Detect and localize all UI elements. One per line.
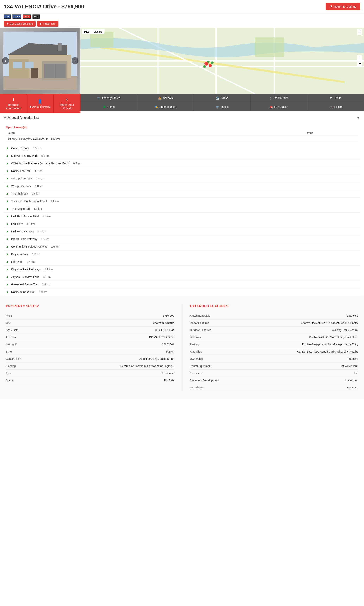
social-row: Like Share Save Post [0, 13, 364, 20]
download-icon: ⬇ [7, 22, 9, 25]
park-item: ▲Rotary Sunrise Trail1.9 km [4, 288, 360, 296]
svg-point-25 [203, 65, 206, 68]
svg-point-26 [211, 61, 214, 64]
spec-row: Listing ID24001661 [6, 341, 174, 348]
tree-icon: ▲ [6, 222, 9, 226]
map-tab-map[interactable]: Map [82, 29, 91, 34]
spec-label: Listing ID [6, 343, 17, 346]
spec-row: Bed / Bath3 / 2 Full, 1 Half [6, 327, 174, 334]
entertainment-button[interactable]: 🎭 Entertainment [137, 102, 194, 111]
request-info-button[interactable]: ℹ Request information [0, 94, 27, 113]
view-amenities-toggle[interactable]: View Local Amenities List ▼ [0, 113, 364, 123]
fire-station-button[interactable]: 🚒 Fire Station [251, 102, 307, 111]
police-button[interactable]: 🚓 Police [307, 102, 364, 111]
tree-icon: ▲ [6, 177, 9, 180]
spec-row: ParkingDouble Garage, Attached Garage, I… [190, 341, 358, 348]
park-distance: 1.8 km [42, 275, 51, 278]
svg-point-27 [207, 61, 209, 63]
transit-icon: 🚌 [216, 105, 219, 108]
park-distance: 0.7 km [41, 154, 50, 157]
park-name: Brown Drain Pathway [11, 237, 38, 241]
banks-button[interactable]: 🏦 Banks [194, 94, 251, 102]
spec-value: Hot Water Tank [339, 364, 358, 368]
park-item: ▲Rotary Eco Trail0.8 km [4, 167, 360, 175]
parks-button[interactable]: 🌲 Parks [80, 102, 137, 111]
park-distance: 0.8 km [35, 185, 43, 188]
tree-icon: ▲ [6, 260, 9, 263]
match-lifestyle-button[interactable]: ✕ Match Your Lifestyle [54, 94, 80, 113]
map-fullscreen-button[interactable]: ⛶ [357, 29, 363, 35]
tree-icon: ▲ [6, 290, 9, 294]
schools-button[interactable]: 🏫 Schools [137, 94, 194, 102]
virtual-tour-button[interactable]: ▶ Virtual Tour [37, 21, 58, 27]
park-item: ▲Ellis Park1.7 km [4, 258, 360, 266]
park-item: ▲Kingston Park Pathways1.7 km [4, 266, 360, 273]
tree-icon: ▲ [6, 147, 9, 150]
transit-button[interactable]: 🚌 Transit [194, 102, 251, 111]
park-distance: 1.5 km [27, 222, 35, 225]
return-to-listings-button[interactable]: ↺ Return to Listings [326, 3, 360, 10]
tree-icon: ▲ [6, 169, 9, 173]
share-button[interactable]: Share [13, 14, 21, 19]
person-icon: 👤 [38, 99, 42, 104]
book-showing-button[interactable]: 👤 Book a Showing [27, 94, 53, 113]
park-name: Lark Park Soccer Field [11, 215, 39, 218]
park-item: ▲Community Services Pathway1.6 km [4, 243, 360, 250]
park-name: Kingston Park Pathways [11, 268, 41, 271]
spec-label: Outdoor Features [190, 329, 211, 332]
park-distance: 1.7 km [32, 253, 40, 256]
park-distance: 1.7 km [45, 268, 53, 271]
banks-icon: 🏦 [216, 96, 219, 99]
fire-icon: 🚒 [269, 105, 273, 108]
map-zoom-controls: + − [357, 55, 363, 66]
spec-value: Detached [347, 314, 358, 317]
info-buttons-section: ℹ Request information 👤 Book a Showing ✕… [0, 94, 80, 113]
spec-value: Ceramic or Porcelain, Hardwood or Engine… [120, 364, 174, 368]
spec-row: TypeResidential [6, 370, 174, 377]
save-button[interactable]: Save [23, 14, 31, 19]
park-item: ▲O'Neil Nature Preserve (formerly Paxton… [4, 160, 360, 167]
action-buttons-row: ⬇ Get Listing Brochure ▶ Virtual Tour [0, 20, 364, 28]
like-button[interactable]: Like [4, 14, 11, 19]
tree-icon: ▲ [6, 275, 9, 279]
grocery-button[interactable]: 🛒 Grocery Stores [80, 94, 137, 102]
health-button[interactable]: ❤ Health [307, 94, 364, 102]
park-name: Ellis Park [11, 260, 23, 263]
park-distance: 0.9 km [32, 192, 40, 195]
spec-label: Address [6, 336, 16, 339]
view-amenities-label: View Local Amenities List [4, 116, 39, 120]
spec-row: FoundationConcrete [190, 384, 358, 391]
park-item: ▲Thornhill Park0.9 km [4, 190, 360, 197]
property-title: 134 VALENCIA Drive - $769,900 [4, 3, 84, 10]
amenity-row-1: 🛒 Grocery Stores 🏫 Schools 🏦 Banks 🍴 Res… [80, 94, 364, 102]
spec-value: $769,900 [163, 314, 174, 317]
park-item: ▲Tecumseh Public School Trail1.1 km [4, 197, 360, 205]
image-prev-button[interactable]: ‹ [2, 57, 9, 64]
property-image [0, 28, 80, 94]
park-distance: 0.7 km [73, 162, 81, 165]
spec-row: CityChatham, Ontario [6, 319, 174, 327]
svg-rect-11 [25, 62, 34, 69]
spec-label: Amenities [190, 350, 202, 353]
spec-label: Ownership [190, 357, 203, 360]
spec-row: FlooringCeramic or Porcelain, Hardwood o… [6, 362, 174, 370]
post-button[interactable]: Post [32, 14, 40, 19]
spec-row: DrivewayDouble Width Or More Drive, Fron… [190, 334, 358, 341]
get-brochure-button[interactable]: ⬇ Get Listing Brochure [4, 21, 36, 27]
property-specs-col: PROPERTY SPECS: Price$769,900CityChatham… [6, 304, 182, 391]
restaurants-button[interactable]: 🍴 Restaurants [251, 94, 307, 102]
park-name: Rotary Eco Trail [11, 169, 31, 173]
image-next-button[interactable]: › [72, 57, 78, 64]
spec-row: Address134 VALENCIA Drive [6, 334, 174, 341]
tree-icon: ▲ [6, 162, 9, 165]
open-house-when: Sunday, February 04, 2024 1:00 PM - 4:00… [6, 136, 305, 141]
park-item: ▲Lark Park1.5 km [4, 220, 360, 228]
spec-row: Indoor FeaturesEnergy Efficient, Walk-In… [190, 319, 358, 327]
extended-features-title: EXTENDED FEATURES: [190, 304, 358, 308]
map-zoom-in-button[interactable]: + [357, 55, 363, 61]
map-zoom-out-button[interactable]: − [357, 61, 363, 66]
x-icon: ✕ [65, 97, 69, 102]
map-tabs: Map Satellite [82, 29, 104, 34]
park-distance: 1.8 km [42, 283, 50, 286]
map-tab-satellite[interactable]: Satellite [91, 29, 104, 34]
